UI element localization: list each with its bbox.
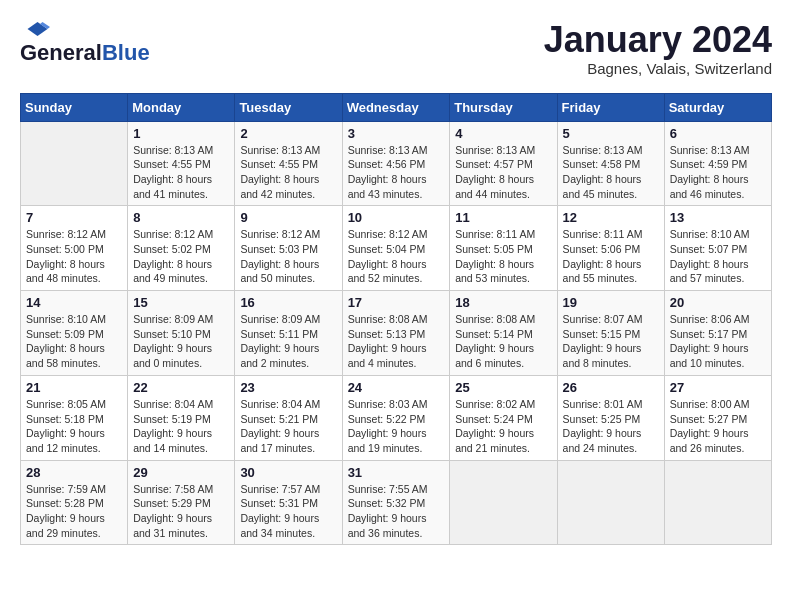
day-cell: 7Sunrise: 8:12 AMSunset: 5:00 PMDaylight… bbox=[21, 206, 128, 291]
day-cell: 26Sunrise: 8:01 AMSunset: 5:25 PMDayligh… bbox=[557, 375, 664, 460]
day-info: Sunrise: 8:04 AMSunset: 5:19 PMDaylight:… bbox=[133, 397, 229, 456]
day-cell: 10Sunrise: 8:12 AMSunset: 5:04 PMDayligh… bbox=[342, 206, 450, 291]
day-info: Sunrise: 8:13 AMSunset: 4:56 PMDaylight:… bbox=[348, 143, 445, 202]
day-number: 15 bbox=[133, 295, 229, 310]
week-row-1: 1Sunrise: 8:13 AMSunset: 4:55 PMDaylight… bbox=[21, 121, 772, 206]
day-number: 27 bbox=[670, 380, 766, 395]
day-info: Sunrise: 8:13 AMSunset: 4:55 PMDaylight:… bbox=[240, 143, 336, 202]
day-number: 6 bbox=[670, 126, 766, 141]
day-number: 13 bbox=[670, 210, 766, 225]
weekday-header-wednesday: Wednesday bbox=[342, 93, 450, 121]
day-number: 18 bbox=[455, 295, 551, 310]
day-cell: 15Sunrise: 8:09 AMSunset: 5:10 PMDayligh… bbox=[128, 291, 235, 376]
day-cell: 23Sunrise: 8:04 AMSunset: 5:21 PMDayligh… bbox=[235, 375, 342, 460]
day-number: 16 bbox=[240, 295, 336, 310]
day-cell: 6Sunrise: 8:13 AMSunset: 4:59 PMDaylight… bbox=[664, 121, 771, 206]
day-number: 14 bbox=[26, 295, 122, 310]
day-cell: 29Sunrise: 7:58 AMSunset: 5:29 PMDayligh… bbox=[128, 460, 235, 545]
day-cell: 4Sunrise: 8:13 AMSunset: 4:57 PMDaylight… bbox=[450, 121, 557, 206]
day-info: Sunrise: 8:13 AMSunset: 4:59 PMDaylight:… bbox=[670, 143, 766, 202]
day-info: Sunrise: 8:12 AMSunset: 5:04 PMDaylight:… bbox=[348, 227, 445, 286]
day-number: 8 bbox=[133, 210, 229, 225]
day-number: 20 bbox=[670, 295, 766, 310]
weekday-header-thursday: Thursday bbox=[450, 93, 557, 121]
location: Bagnes, Valais, Switzerland bbox=[544, 60, 772, 77]
day-cell: 30Sunrise: 7:57 AMSunset: 5:31 PMDayligh… bbox=[235, 460, 342, 545]
weekday-header-friday: Friday bbox=[557, 93, 664, 121]
day-number: 4 bbox=[455, 126, 551, 141]
day-cell: 1Sunrise: 8:13 AMSunset: 4:55 PMDaylight… bbox=[128, 121, 235, 206]
day-cell: 24Sunrise: 8:03 AMSunset: 5:22 PMDayligh… bbox=[342, 375, 450, 460]
day-info: Sunrise: 8:13 AMSunset: 4:58 PMDaylight:… bbox=[563, 143, 659, 202]
day-cell: 21Sunrise: 8:05 AMSunset: 5:18 PMDayligh… bbox=[21, 375, 128, 460]
day-number: 9 bbox=[240, 210, 336, 225]
day-cell: 3Sunrise: 8:13 AMSunset: 4:56 PMDaylight… bbox=[342, 121, 450, 206]
day-info: Sunrise: 8:13 AMSunset: 4:57 PMDaylight:… bbox=[455, 143, 551, 202]
day-number: 12 bbox=[563, 210, 659, 225]
day-info: Sunrise: 8:04 AMSunset: 5:21 PMDaylight:… bbox=[240, 397, 336, 456]
day-number: 30 bbox=[240, 465, 336, 480]
day-number: 5 bbox=[563, 126, 659, 141]
logo: GeneralBlue bbox=[20, 20, 150, 66]
day-info: Sunrise: 7:55 AMSunset: 5:32 PMDaylight:… bbox=[348, 482, 445, 541]
week-row-4: 21Sunrise: 8:05 AMSunset: 5:18 PMDayligh… bbox=[21, 375, 772, 460]
day-cell: 9Sunrise: 8:12 AMSunset: 5:03 PMDaylight… bbox=[235, 206, 342, 291]
day-number: 21 bbox=[26, 380, 122, 395]
day-info: Sunrise: 7:59 AMSunset: 5:28 PMDaylight:… bbox=[26, 482, 122, 541]
week-row-3: 14Sunrise: 8:10 AMSunset: 5:09 PMDayligh… bbox=[21, 291, 772, 376]
day-cell bbox=[664, 460, 771, 545]
day-cell: 17Sunrise: 8:08 AMSunset: 5:13 PMDayligh… bbox=[342, 291, 450, 376]
day-number: 3 bbox=[348, 126, 445, 141]
day-cell bbox=[450, 460, 557, 545]
day-info: Sunrise: 8:12 AMSunset: 5:02 PMDaylight:… bbox=[133, 227, 229, 286]
day-cell: 25Sunrise: 8:02 AMSunset: 5:24 PMDayligh… bbox=[450, 375, 557, 460]
day-info: Sunrise: 8:01 AMSunset: 5:25 PMDaylight:… bbox=[563, 397, 659, 456]
day-info: Sunrise: 8:11 AMSunset: 5:05 PMDaylight:… bbox=[455, 227, 551, 286]
day-info: Sunrise: 8:03 AMSunset: 5:22 PMDaylight:… bbox=[348, 397, 445, 456]
day-info: Sunrise: 7:58 AMSunset: 5:29 PMDaylight:… bbox=[133, 482, 229, 541]
day-number: 19 bbox=[563, 295, 659, 310]
day-info: Sunrise: 8:09 AMSunset: 5:11 PMDaylight:… bbox=[240, 312, 336, 371]
day-cell bbox=[21, 121, 128, 206]
day-info: Sunrise: 8:09 AMSunset: 5:10 PMDaylight:… bbox=[133, 312, 229, 371]
logo-blue: Blue bbox=[102, 40, 150, 66]
day-info: Sunrise: 8:10 AMSunset: 5:09 PMDaylight:… bbox=[26, 312, 122, 371]
weekday-header-monday: Monday bbox=[128, 93, 235, 121]
day-number: 7 bbox=[26, 210, 122, 225]
day-cell: 11Sunrise: 8:11 AMSunset: 5:05 PMDayligh… bbox=[450, 206, 557, 291]
day-number: 22 bbox=[133, 380, 229, 395]
day-info: Sunrise: 8:10 AMSunset: 5:07 PMDaylight:… bbox=[670, 227, 766, 286]
day-number: 2 bbox=[240, 126, 336, 141]
day-cell: 12Sunrise: 8:11 AMSunset: 5:06 PMDayligh… bbox=[557, 206, 664, 291]
day-cell: 16Sunrise: 8:09 AMSunset: 5:11 PMDayligh… bbox=[235, 291, 342, 376]
day-cell: 20Sunrise: 8:06 AMSunset: 5:17 PMDayligh… bbox=[664, 291, 771, 376]
day-cell: 2Sunrise: 8:13 AMSunset: 4:55 PMDaylight… bbox=[235, 121, 342, 206]
day-number: 24 bbox=[348, 380, 445, 395]
day-number: 29 bbox=[133, 465, 229, 480]
title-block: January 2024 Bagnes, Valais, Switzerland bbox=[544, 20, 772, 77]
day-number: 17 bbox=[348, 295, 445, 310]
logo-icon bbox=[20, 20, 50, 38]
day-info: Sunrise: 7:57 AMSunset: 5:31 PMDaylight:… bbox=[240, 482, 336, 541]
week-row-2: 7Sunrise: 8:12 AMSunset: 5:00 PMDaylight… bbox=[21, 206, 772, 291]
day-cell: 22Sunrise: 8:04 AMSunset: 5:19 PMDayligh… bbox=[128, 375, 235, 460]
day-info: Sunrise: 8:08 AMSunset: 5:14 PMDaylight:… bbox=[455, 312, 551, 371]
day-number: 10 bbox=[348, 210, 445, 225]
day-cell: 5Sunrise: 8:13 AMSunset: 4:58 PMDaylight… bbox=[557, 121, 664, 206]
logo-general: General bbox=[20, 40, 102, 66]
day-info: Sunrise: 8:11 AMSunset: 5:06 PMDaylight:… bbox=[563, 227, 659, 286]
calendar-table: SundayMondayTuesdayWednesdayThursdayFrid… bbox=[20, 93, 772, 546]
day-info: Sunrise: 8:12 AMSunset: 5:00 PMDaylight:… bbox=[26, 227, 122, 286]
day-info: Sunrise: 8:08 AMSunset: 5:13 PMDaylight:… bbox=[348, 312, 445, 371]
weekday-header-row: SundayMondayTuesdayWednesdayThursdayFrid… bbox=[21, 93, 772, 121]
day-number: 11 bbox=[455, 210, 551, 225]
month-title: January 2024 bbox=[544, 20, 772, 60]
day-cell: 27Sunrise: 8:00 AMSunset: 5:27 PMDayligh… bbox=[664, 375, 771, 460]
weekday-header-sunday: Sunday bbox=[21, 93, 128, 121]
day-cell: 13Sunrise: 8:10 AMSunset: 5:07 PMDayligh… bbox=[664, 206, 771, 291]
day-cell: 14Sunrise: 8:10 AMSunset: 5:09 PMDayligh… bbox=[21, 291, 128, 376]
day-info: Sunrise: 8:07 AMSunset: 5:15 PMDaylight:… bbox=[563, 312, 659, 371]
day-number: 25 bbox=[455, 380, 551, 395]
day-info: Sunrise: 8:12 AMSunset: 5:03 PMDaylight:… bbox=[240, 227, 336, 286]
day-cell: 8Sunrise: 8:12 AMSunset: 5:02 PMDaylight… bbox=[128, 206, 235, 291]
